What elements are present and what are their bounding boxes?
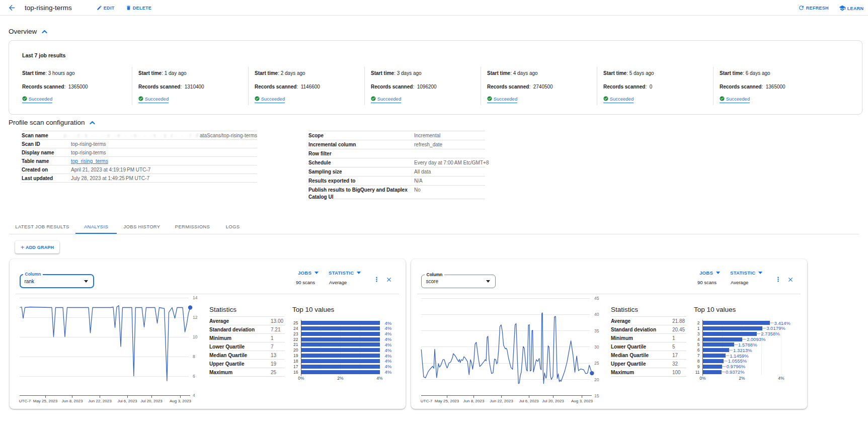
svg-text:UTC-7: UTC-7 [19,399,31,403]
svg-text:21: 21 [293,342,298,347]
svg-text:Jun 8, 2023: Jun 8, 2023 [62,399,83,403]
svg-text:UTC-7: UTC-7 [421,399,433,403]
svg-text:40: 40 [594,312,599,317]
svg-text:2.7358%: 2.7358% [761,331,780,336]
svg-text:25: 25 [293,320,298,325]
svg-text:Aug 3, 2023: Aug 3, 2023 [571,399,593,403]
svg-text:1: 1 [697,326,700,331]
svg-text:25: 25 [594,361,599,366]
svg-text:1.1459%: 1.1459% [730,353,749,359]
svg-text:3: 3 [697,331,700,336]
svg-text:1.0555%: 1.0555% [728,358,747,364]
svg-text:May 25, 2023: May 25, 2023 [33,399,58,403]
svg-text:4%: 4% [385,364,392,369]
svg-text:20: 20 [293,348,298,353]
svg-text:4%: 4% [385,342,392,348]
svg-text:Jul 6, 2023: Jul 6, 2023 [117,399,137,403]
svg-text:0.9372%: 0.9372% [726,369,745,375]
svg-text:4%: 4% [385,320,392,326]
svg-text:2: 2 [697,320,700,325]
svg-text:10: 10 [193,334,198,339]
svg-text:Jun 22, 2023: Jun 22, 2023 [490,399,513,403]
svg-text:4%: 4% [385,331,392,336]
svg-text:15: 15 [594,393,599,398]
svg-text:8: 8 [697,359,700,364]
svg-text:Jul 20, 2023: Jul 20, 2023 [140,399,163,403]
svg-text:4%: 4% [385,336,392,342]
svg-text:3.0179%: 3.0179% [766,325,785,331]
svg-text:4: 4 [697,337,700,342]
svg-text:4%: 4% [385,348,392,353]
svg-text:Jun 22, 2023: Jun 22, 2023 [88,399,112,403]
svg-text:8: 8 [193,354,195,359]
svg-text:6: 6 [193,374,195,379]
svg-text:May 25, 2023: May 25, 2023 [435,399,459,403]
svg-text:9: 9 [697,364,700,369]
svg-text:23: 23 [293,331,298,336]
svg-text:5: 5 [697,342,700,347]
svg-text:Jun 8, 2023: Jun 8, 2023 [463,399,485,403]
svg-text:19: 19 [293,353,298,358]
svg-text:35: 35 [594,328,599,333]
svg-text:4%: 4% [778,376,784,381]
svg-text:4%: 4% [385,353,392,359]
svg-text:2%: 2% [739,376,745,381]
svg-text:2%: 2% [337,376,344,381]
svg-text:4%: 4% [385,369,392,375]
svg-text:7: 7 [697,353,700,358]
svg-text:16: 16 [293,370,298,375]
svg-text:Aug 3, 2023: Aug 3, 2023 [170,399,192,403]
svg-text:1.5788%: 1.5788% [738,342,757,348]
svg-text:14: 14 [193,295,198,300]
svg-text:0%: 0% [298,376,304,381]
svg-text:Jul 20, 2023: Jul 20, 2023 [542,399,564,403]
svg-text:17: 17 [293,364,298,369]
svg-text:3.414%: 3.414% [774,320,791,326]
svg-text:2.0093%: 2.0093% [747,336,766,342]
svg-text:24: 24 [293,326,298,331]
svg-text:1.3213%: 1.3213% [733,348,752,353]
svg-text:30: 30 [594,344,599,350]
svg-text:45: 45 [594,296,599,301]
svg-text:0%: 0% [699,376,706,381]
svg-text:4%: 4% [385,358,392,364]
svg-text:18: 18 [293,359,298,364]
svg-text:22: 22 [293,337,298,342]
svg-text:6: 6 [697,348,700,353]
svg-text:Jul 6, 2023: Jul 6, 2023 [519,399,539,403]
svg-text:4%: 4% [385,325,392,331]
svg-text:0.9796%: 0.9796% [727,364,746,369]
svg-text:11: 11 [695,370,700,375]
svg-text:4: 4 [193,393,195,398]
svg-text:4%: 4% [376,376,383,381]
svg-text:20: 20 [594,377,599,382]
svg-text:12: 12 [193,315,198,320]
